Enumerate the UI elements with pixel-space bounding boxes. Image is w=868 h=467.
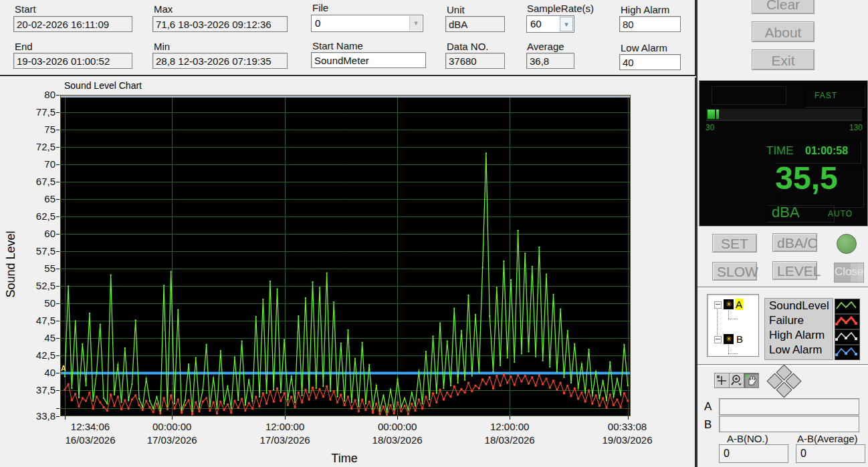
y-tick [56,234,60,235]
y-tick [56,286,60,287]
dbac-button[interactable]: dBA/C [772,233,817,252]
file-label: File [312,2,328,13]
y-tick-label: 40 [0,367,56,378]
average-label: Average [527,41,564,52]
start-name-label: Start Name [312,40,363,51]
high-alarm-line-icon[interactable] [835,329,860,345]
x-tick-label: 00:00:0017/03/2026 [135,420,209,447]
sample-rate-value: 60 [530,18,542,29]
y-tick-label: 70 [0,158,56,170]
low-alarm-line-icon[interactable] [835,345,860,360]
level-bar-track [706,109,862,121]
pan-direction-pad[interactable] [768,366,800,396]
y-tick-label: 77,5 [0,106,56,118]
sound-level-reading: 35,5 [766,160,847,196]
data-no-label: Data NO. [447,41,489,52]
close-button[interactable]: Close [834,263,864,283]
failure-line-icon[interactable] [835,314,860,329]
ab-no-field[interactable] [719,444,788,463]
plot-a-icon[interactable]: ✳ [724,299,734,309]
y-tick [56,338,60,339]
tree-connector [728,310,730,319]
y-tick [56,130,60,130]
level-bar-fill [708,110,715,119]
tree-node-a[interactable]: A [735,299,743,310]
sound-level-plot[interactable] [60,95,631,416]
power-indicator[interactable] [837,234,857,254]
soundlevel-line-icon[interactable] [835,299,860,314]
cursor-a-field[interactable] [719,398,859,415]
low-alarm-field[interactable] [619,54,681,70]
ab-avg-label: A-B(Average) [797,433,858,444]
y-tick-label: 42,5 [0,349,56,361]
plot-tree: ✳ A ✳ B [707,294,759,357]
legend-item-failure[interactable]: Failure [765,313,833,328]
y-tick [56,95,60,96]
clear-button[interactable]: Clear [752,0,815,14]
end-field[interactable] [13,53,132,69]
file-dropdown-value: 0 [315,17,320,29]
min-label: Min [154,41,170,52]
high-alarm-field[interactable] [619,16,681,32]
y-tick [56,251,60,252]
legend-item-high-alarm[interactable]: High Alarm [765,328,833,343]
y-tick-label: 45 [0,332,56,343]
slow-button[interactable]: SLOW [712,262,757,281]
file-dropdown[interactable]: 0 ▾ [311,15,423,32]
y-tick [56,182,60,182]
zoom-tool-button[interactable] [729,373,744,388]
min-field[interactable] [152,53,288,69]
x-tick-label: 12:00:0017/03/2026 [248,420,322,447]
max-field[interactable] [152,16,288,32]
x-tick-label: 12:00:0018/03/2026 [473,420,546,447]
magnifier-icon [730,373,744,387]
chevron-down-icon[interactable]: ▾ [409,16,422,31]
y-tick [56,390,60,391]
soundmeter-app: Start End Max Min File 0 ▾ Start Name Un… [0,0,868,467]
x-tick-label: 00:33:0819/03/2026 [590,420,664,447]
start-label: Start [15,3,36,15]
y-tick [56,373,60,373]
exit-button[interactable]: Exit [752,49,815,70]
scale-min-label: 30 [706,123,714,132]
start-name-field[interactable] [311,52,426,68]
tree-expand-a[interactable] [714,301,722,309]
crosshair-icon [715,373,729,387]
fast-mode-indicator: FAST [815,91,837,100]
plot-b-icon[interactable]: ✳ [724,334,734,344]
tree-node-b[interactable]: B [736,333,744,345]
set-button[interactable]: SET [712,234,757,253]
y-tick-label: 80 [0,89,56,100]
sample-rate-dropdown[interactable]: 60 ▾ [526,15,574,33]
y-tick [56,216,60,217]
meter-display: FAST 30 130 TIME 01:00:58 35,5 dBA AUTO [699,80,868,226]
y-tick [56,269,60,269]
end-label: End [15,41,33,52]
about-button[interactable]: About [752,21,815,42]
level-button[interactable]: LEVEL [772,261,817,280]
tree-connector [728,353,738,355]
cursor-a-label: A [704,400,712,414]
y-tick [56,416,60,417]
chevron-down-icon[interactable]: ▾ [560,17,573,31]
pan-tool-button[interactable] [744,373,759,388]
data-no-field[interactable] [445,53,505,69]
cursor-b-field[interactable] [719,416,859,432]
x-tick [285,416,286,420]
x-tick [172,416,173,420]
y-tick [56,112,60,113]
legend-item-soundlevel[interactable]: SoundLevel [765,299,833,313]
y-tick-label: 65 [0,193,56,204]
unit-field[interactable] [445,16,505,32]
meter-unit: dBA [772,204,800,221]
tree-expand-b[interactable] [714,336,722,343]
unit-label: Unit [447,4,465,15]
legend-item-low-alarm[interactable]: Low Alarm [765,343,833,357]
cursor-tool-button[interactable] [714,373,730,388]
start-field[interactable] [13,16,132,32]
level-bar-fill [716,110,719,119]
x-tick [628,416,629,420]
ab-avg-field[interactable] [796,444,865,463]
average-field[interactable] [526,53,574,69]
header-panel: Start End Max Min File 0 ▾ Start Name Un… [0,0,696,76]
